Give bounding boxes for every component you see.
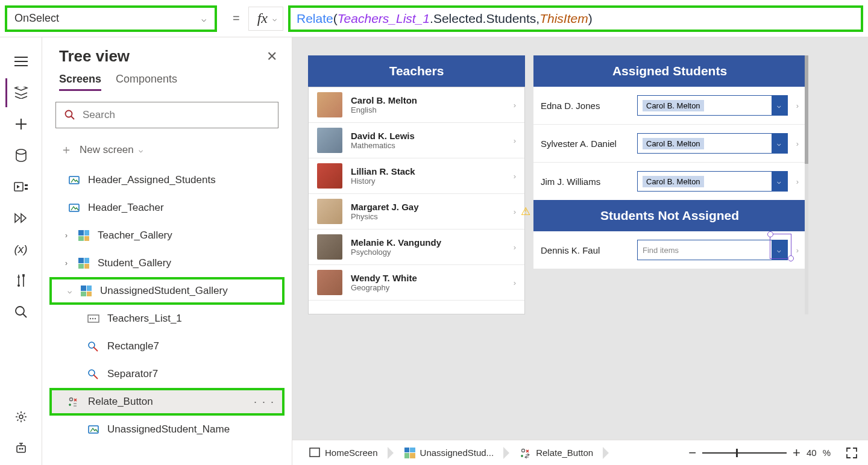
tree-item-rectangle7[interactable]: Rectangle7: [49, 332, 285, 360]
variables-icon[interactable]: (x): [7, 235, 36, 264]
tools-icon[interactable]: [7, 266, 36, 295]
tree-view-icon[interactable]: [5, 78, 34, 107]
chevron-right-icon: ›: [65, 259, 77, 267]
teacher-combo[interactable]: Carol B. Melton⌵: [637, 133, 788, 154]
iconbtn-icon: [68, 395, 81, 408]
canvas-area: Teachers Carol B. MeltonEnglish›David K.…: [292, 37, 868, 440]
warning-icon: ⚠: [521, 205, 530, 218]
hamburger-icon[interactable]: [7, 47, 36, 76]
svg-point-0: [16, 149, 26, 154]
tab-screens[interactable]: Screens: [59, 73, 101, 91]
tree-item-header-assigned-students[interactable]: Header_Assigned_Students: [49, 166, 285, 194]
unassigned-student-row: Dennis K. FaulFind items⌵›: [533, 231, 806, 269]
breadcrumb-screen[interactable]: HomeScreen: [302, 445, 385, 461]
shape-icon: [87, 340, 100, 353]
breadcrumb-control[interactable]: Relate_Button: [513, 445, 600, 461]
chevron-down-icon: ⌵: [68, 287, 80, 295]
fx-dropdown[interactable]: fx ⌵: [248, 7, 283, 31]
svg-point-21: [522, 449, 525, 452]
avatar: [317, 199, 342, 224]
avatar: [317, 163, 342, 189]
new-screen-button[interactable]: ＋ New screen ⌵: [42, 137, 292, 166]
chevron-down-icon[interactable]: ⌵: [772, 134, 787, 153]
chevron-right-icon[interactable]: ›: [796, 139, 799, 148]
tree-item-unassignedstudent-gallery[interactable]: ⌵UnassignedStudent_Gallery: [49, 277, 285, 305]
teacher-name: Lillian R. Stack: [351, 166, 415, 176]
chevron-right-icon: ›: [514, 243, 516, 252]
tree-item-student-gallery[interactable]: ›Student_Gallery: [49, 249, 285, 277]
svg-point-7: [19, 448, 20, 450]
chevron-right-icon[interactable]: ›: [796, 101, 799, 110]
tree-search[interactable]: [55, 102, 278, 128]
assigned-gallery: Edna D. JonesCarol B. Melton⌵›Sylvester …: [533, 87, 806, 200]
chevron-right-icon: ›: [514, 136, 516, 145]
chevron-down-icon[interactable]: ⌵: [772, 172, 787, 191]
teacher-row[interactable]: Lillian R. StackHistory›: [309, 158, 524, 194]
students-column: Assigned Students Edna D. JonesCarol B. …: [533, 55, 806, 314]
label-icon: [87, 423, 100, 436]
fullscreen-icon[interactable]: [845, 446, 858, 460]
avatar: [317, 92, 342, 117]
teacher-row[interactable]: Margaret J. GayPhysics›⚠: [309, 194, 524, 229]
zoom-slider[interactable]: [702, 452, 787, 454]
tree-item-relate-button[interactable]: Relate_Button· · ·: [49, 388, 285, 416]
gallery-icon: [80, 284, 93, 298]
zoom-out-button[interactable]: −: [688, 445, 696, 461]
search-input[interactable]: [83, 109, 269, 121]
insert-icon[interactable]: [7, 110, 36, 139]
flows-icon[interactable]: [7, 204, 36, 232]
formula-input[interactable]: Relate(Teachers_List_1.Selected.Students…: [288, 5, 863, 32]
tree-tabs: Screens Components: [42, 73, 292, 96]
zoom-value: 40: [807, 448, 817, 458]
teacher-row[interactable]: Wendy T. WhiteGeography›: [309, 265, 524, 301]
tree-item-label: UnassignedStudent_Name: [107, 423, 230, 435]
scrollbar[interactable]: [805, 55, 808, 314]
tree-item-separator7[interactable]: Separator7: [49, 360, 285, 388]
close-icon[interactable]: ✕: [266, 49, 277, 64]
new-screen-label: New screen: [80, 144, 134, 156]
chevron-right-icon: ›: [65, 231, 77, 240]
svg-point-14: [92, 318, 93, 319]
teacher-combo[interactable]: Find items⌵: [637, 240, 788, 260]
label-icon: [68, 173, 81, 187]
relate-button[interactable]: ›: [796, 246, 799, 255]
teacher-combo[interactable]: Carol B. Melton⌵: [637, 171, 788, 192]
svg-point-4: [16, 307, 24, 315]
chevron-down-icon: ⌵: [272, 14, 277, 23]
chevron-right-icon[interactable]: ›: [796, 177, 799, 186]
search-icon[interactable]: [7, 298, 36, 326]
tree-item-label: Student_Gallery: [98, 257, 171, 269]
tab-components[interactable]: Components: [116, 73, 177, 91]
chevron-down-icon[interactable]: ⌵: [772, 96, 787, 115]
media-icon[interactable]: [7, 172, 36, 201]
breadcrumb-gallery[interactable]: UnassignedStud...: [397, 445, 502, 461]
assigned-student-row: Jim J. WilliamsCarol B. Melton⌵›: [533, 163, 806, 200]
student-name: Jim J. Williams: [541, 176, 631, 187]
teacher-row[interactable]: Carol B. MeltonEnglish›: [309, 87, 524, 123]
teacher-row[interactable]: Melanie K. VangundyPsychology›: [309, 229, 524, 265]
svg-point-15: [95, 318, 96, 319]
tree-item-teachers-list-1[interactable]: Teachers_List_1: [49, 305, 285, 332]
virtual-agent-icon[interactable]: [7, 434, 36, 463]
assigned-student-row: Edna D. JonesCarol B. Melton⌵›: [533, 87, 806, 124]
combo-placeholder: Find items: [643, 246, 679, 255]
teacher-combo[interactable]: Carol B. Melton⌵: [637, 95, 788, 116]
svg-point-13: [90, 318, 91, 319]
teacher-row[interactable]: David K. LewisMathematics›: [309, 123, 524, 158]
plus-icon: ＋: [60, 142, 72, 158]
tree-item-label: Teachers_List_1: [107, 313, 182, 325]
tree-item-teacher-gallery[interactable]: ›Teacher_Gallery: [49, 222, 285, 249]
data-icon[interactable]: [7, 141, 36, 170]
relate-icon: [520, 448, 531, 458]
property-name: OnSelect: [14, 12, 59, 25]
property-selector[interactable]: OnSelect ⌵: [5, 5, 217, 32]
settings-icon[interactable]: [7, 402, 36, 431]
assigned-student-row: Sylvester A. DanielCarol B. Melton⌵›: [533, 125, 806, 162]
chevron-down-icon[interactable]: ⌵: [772, 240, 787, 260]
zoom-in-button[interactable]: +: [793, 445, 800, 461]
chevron-right-icon: ›: [514, 101, 516, 110]
tree-item-unassignedstudent-name[interactable]: UnassignedStudent_Name: [49, 416, 285, 443]
more-icon[interactable]: · · ·: [254, 396, 275, 408]
chevron-down-icon: ⌵: [201, 14, 206, 23]
tree-item-header-teacher[interactable]: Header_Teacher: [49, 194, 285, 222]
